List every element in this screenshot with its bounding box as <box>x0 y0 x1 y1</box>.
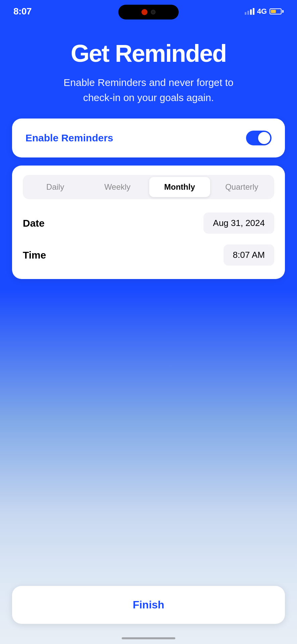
tab-weekly[interactable]: Weekly <box>87 177 148 197</box>
page-subtitle: Enable Reminders and never forget to che… <box>55 75 242 105</box>
time-row: Time 8:07 AM <box>23 244 274 266</box>
enable-reminders-label: Enable Reminders <box>25 132 113 144</box>
page-title: Get Reminded <box>20 40 277 67</box>
camera-dot <box>151 10 156 14</box>
toggle-knob <box>258 132 270 144</box>
dynamic-island <box>118 5 179 19</box>
status-time: 8:07 <box>13 6 32 17</box>
tab-monthly[interactable]: Monthly <box>149 177 210 197</box>
enable-reminders-card: Enable Reminders <box>12 119 285 157</box>
tab-daily[interactable]: Daily <box>25 177 86 197</box>
page-header: Get Reminded Enable Reminders and never … <box>0 20 297 119</box>
record-indicator <box>141 9 147 15</box>
battery-icon <box>270 8 284 14</box>
time-label: Time <box>23 249 46 261</box>
tab-quarterly[interactable]: Quarterly <box>212 177 273 197</box>
date-value[interactable]: Aug 31, 2024 <box>203 213 274 234</box>
date-label: Date <box>23 218 45 229</box>
date-row: Date Aug 31, 2024 <box>23 213 274 234</box>
finish-container: Finish <box>12 586 285 624</box>
network-label: 4G <box>257 7 267 16</box>
time-value[interactable]: 8:07 AM <box>224 244 274 266</box>
settings-card: Daily Weekly Monthly Quarterly Date Aug … <box>12 166 285 279</box>
enable-reminders-toggle[interactable] <box>246 131 272 145</box>
signal-icon <box>245 8 254 15</box>
finish-button[interactable]: Finish <box>12 586 285 624</box>
status-right: 4G <box>245 7 284 16</box>
home-indicator <box>122 637 175 639</box>
frequency-tabs: Daily Weekly Monthly Quarterly <box>23 175 274 199</box>
